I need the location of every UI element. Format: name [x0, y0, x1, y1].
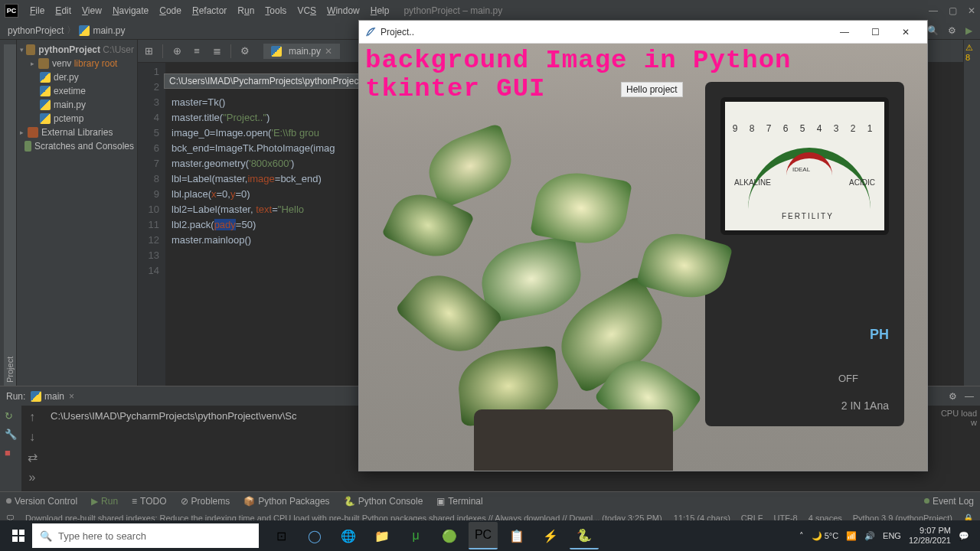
task-view-icon[interactable]: ⊡: [266, 522, 296, 549]
run-config-name[interactable]: main: [44, 391, 64, 402]
pycharm-taskbar-icon[interactable]: PC: [469, 522, 498, 549]
svg-rect-2: [12, 536, 18, 542]
windows-taskbar: 🔍 Type here to search ⊡ ◯ 🌐 📁 μ 🟢 PC 📋 ⚡…: [0, 520, 980, 551]
gear-icon[interactable]: ⚙: [948, 25, 956, 36]
tree-scratches[interactable]: Scratches and Consoles: [17, 139, 137, 153]
menu-file[interactable]: File: [24, 5, 50, 16]
run-play-icon[interactable]: ▶: [965, 25, 972, 36]
wrench-icon[interactable]: 🔧: [5, 429, 17, 441]
tab-version-control[interactable]: Version Control: [6, 496, 77, 507]
select-open-file-icon[interactable]: ⊞: [142, 45, 155, 57]
gauge-numbers: 9 8 7 6 5 4 3 2 1: [725, 123, 884, 134]
project-tool-tab[interactable]: Project: [4, 44, 16, 386]
start-button[interactable]: [5, 522, 32, 549]
stop-icon[interactable]: ■: [5, 447, 17, 459]
python-taskbar-icon[interactable]: 🐍: [570, 522, 599, 549]
tree-file[interactable]: der.py: [17, 70, 137, 84]
language-icon[interactable]: ENG: [883, 531, 901, 540]
gear-icon[interactable]: ⚙: [949, 391, 957, 402]
python-file-icon: [40, 99, 51, 110]
tkinter-title-bar[interactable]: Project.. — ☐ ✕: [359, 21, 927, 44]
right-gutter: ⚠ 8: [963, 40, 980, 386]
python-file-icon: [79, 25, 90, 36]
target-icon[interactable]: ⊕: [171, 45, 183, 57]
taskbar-search[interactable]: 🔍 Type here to search: [32, 523, 259, 548]
tab-event-log[interactable]: Event Log: [924, 496, 974, 507]
python-file-icon: [40, 113, 51, 124]
editor-tab-main[interactable]: main.py ✕: [263, 44, 340, 59]
tab-run[interactable]: ▶ Run: [91, 496, 118, 507]
menu-edit[interactable]: Edit: [50, 5, 77, 16]
tkinter-title: Project..: [381, 27, 414, 37]
gauge-fertility-label: FERTILITY: [782, 212, 834, 220]
chevron-right-icon: 〉: [67, 24, 76, 37]
down-icon[interactable]: ↓: [29, 430, 35, 444]
up-icon[interactable]: ↑: [29, 410, 35, 424]
wrap-icon[interactable]: ⇄: [28, 450, 38, 465]
app-icon[interactable]: ⚡: [536, 522, 565, 549]
ide-close-icon[interactable]: ✕: [968, 5, 975, 16]
tray-expand-icon[interactable]: ˄: [799, 531, 804, 541]
meter-2in1-label: 2 IN 1Ana: [841, 399, 889, 412]
tk-feather-icon: [365, 27, 376, 37]
search-icon[interactable]: 🔍: [927, 25, 939, 36]
tree-external-libraries[interactable]: ▸External Libraries: [17, 126, 137, 139]
tree-file[interactable]: main.py: [17, 98, 137, 112]
tab-problems[interactable]: ⊘ Problems: [181, 496, 230, 507]
taskbar-clock[interactable]: 9:07 PM12/28/2021: [909, 526, 951, 546]
utorrent-icon[interactable]: μ: [401, 522, 430, 549]
ide-minimize-icon[interactable]: —: [929, 5, 938, 16]
menu-vcs[interactable]: VCS: [292, 5, 322, 16]
breadcrumb-file[interactable]: main.py: [93, 25, 125, 36]
collapse-icon[interactable]: ≣: [211, 45, 223, 57]
app-icon[interactable]: 📋: [502, 522, 531, 549]
menu-run[interactable]: Run: [232, 5, 260, 16]
ide-window-title: pythonProject – main.py: [403, 5, 502, 16]
menu-window[interactable]: Window: [322, 5, 365, 16]
tab-todo[interactable]: ≡ TODO: [132, 496, 166, 507]
tkinter-body: background Image in Python tkinter GUI H…: [359, 44, 927, 471]
menu-code[interactable]: Code: [154, 5, 187, 16]
library-icon: [28, 127, 38, 138]
menu-navigate[interactable]: Navigate: [107, 5, 154, 16]
tree-project-root[interactable]: ▾ pythonProject C:\User: [17, 43, 137, 57]
edge-icon[interactable]: 🌐: [334, 522, 363, 549]
tree-file[interactable]: pctemp: [17, 112, 137, 126]
tkinter-label-hello: Hello project: [621, 82, 683, 97]
tk-maximize-icon[interactable]: ☐: [860, 24, 890, 41]
gauge-ideal-label: IDEAL: [792, 166, 810, 173]
ide-title-bar: PC File Edit View Navigate Code Refactor…: [0, 0, 980, 21]
scratch-icon: [24, 141, 31, 152]
tkinter-window[interactable]: Project.. — ☐ ✕ background Image in Pyth…: [358, 20, 928, 471]
menu-refactor[interactable]: Refactor: [187, 5, 232, 16]
breadcrumb-project[interactable]: pythonProject: [8, 25, 64, 36]
notification-center-icon[interactable]: 💬: [959, 531, 969, 541]
menu-view[interactable]: View: [77, 5, 107, 16]
wifi-icon[interactable]: 📶: [846, 531, 857, 541]
more-icon[interactable]: »: [29, 471, 36, 484]
ide-maximize-icon[interactable]: ▢: [949, 5, 957, 16]
tree-file[interactable]: exetime: [17, 84, 137, 98]
tk-minimize-icon[interactable]: —: [829, 24, 860, 41]
python-file-icon: [271, 46, 282, 57]
tree-venv[interactable]: ▸ venv library root: [17, 57, 137, 70]
tab-python-console[interactable]: 🐍 Python Console: [344, 496, 423, 507]
tab-terminal[interactable]: ▣ Terminal: [436, 496, 482, 507]
gauge-acidic-label: ACIDIC: [849, 178, 875, 187]
menu-help[interactable]: Help: [365, 5, 395, 16]
inspection-badge[interactable]: ⚠ 8: [965, 43, 980, 62]
gear-icon[interactable]: ⚙: [239, 45, 251, 57]
cortana-icon[interactable]: ◯: [300, 522, 329, 549]
rerun-icon[interactable]: ↻: [5, 410, 17, 422]
tk-close-icon[interactable]: ✕: [890, 24, 921, 41]
chrome-icon[interactable]: 🟢: [435, 522, 464, 549]
expand-icon[interactable]: ≡: [191, 45, 203, 57]
tab-python-packages[interactable]: 📦 Python Packages: [243, 496, 329, 507]
path-tooltip: C:\Users\IMAD\PycharmProjects\pythonProj…: [164, 73, 382, 89]
volume-icon[interactable]: 🔊: [864, 531, 875, 541]
soil-meter-image: 9 8 7 6 5 4 3 2 1 ALKALINE ACIDIC IDEAL …: [705, 82, 904, 426]
close-tab-icon[interactable]: ✕: [325, 46, 332, 57]
file-explorer-icon[interactable]: 📁: [368, 522, 397, 549]
weather-icon[interactable]: 🌙 5°C: [812, 531, 839, 541]
menu-tools[interactable]: Tools: [260, 5, 292, 16]
